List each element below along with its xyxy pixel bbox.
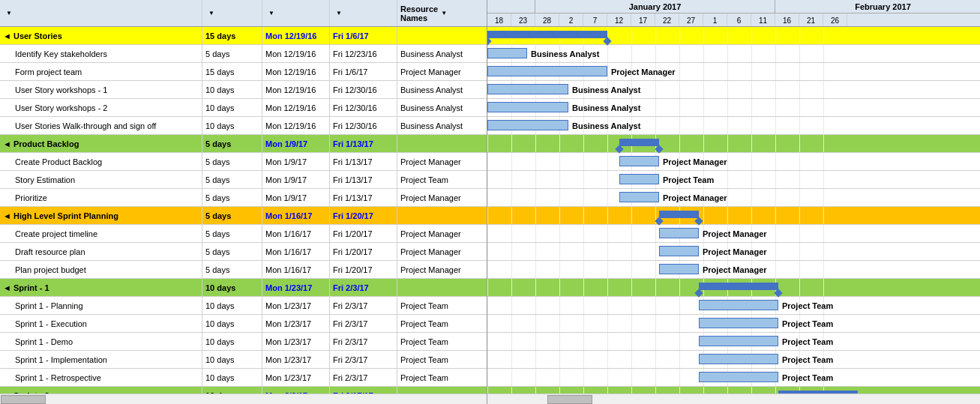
table-row[interactable]: Sprint 1 - Retrospective 10 days Mon 1/2… [0, 369, 487, 387]
table-row[interactable]: ◄ Product Backlog 5 days Mon 1/9/17 Fri … [0, 135, 487, 153]
duration-value: 10 days [205, 85, 235, 94]
table-row[interactable]: Create Product Backlog 5 days Mon 1/9/17… [0, 153, 487, 171]
cell-resource: Project Manager [397, 243, 480, 260]
table-row[interactable]: Draft resource plan 5 days Mon 1/16/17 F… [0, 243, 487, 261]
gantt-bar[interactable] [619, 139, 659, 146]
gantt-bar[interactable]: Project Manager [619, 156, 659, 166]
cell-duration: 10 days [202, 351, 262, 368]
gantt-bar[interactable]: Project Team [699, 336, 778, 346]
cell-finish: Fri 1/13/17 [330, 135, 397, 152]
gantt-bar[interactable]: Project Manager [659, 228, 699, 238]
table-row[interactable]: Story Estimation 5 days Mon 1/9/17 Fri 1… [0, 171, 487, 189]
cell-finish: Fri 2/17/17 [330, 387, 397, 394]
gantt-bar[interactable]: Project Team [699, 372, 778, 382]
resource-value: Business Analyst [400, 85, 463, 94]
finish-value: Fri 1/13/17 [333, 139, 373, 148]
col-header-finish[interactable]: ▼ [330, 0, 397, 26]
gantt-bar[interactable]: Business Analyst [487, 84, 568, 94]
cell-duration: 5 days [202, 225, 262, 242]
start-value: Mon 1/23/17 [265, 319, 311, 328]
col-header-start[interactable]: ▼ [262, 0, 330, 26]
table-row[interactable]: Form project team 15 days Mon 12/19/16 F… [0, 63, 487, 81]
cell-taskname: Sprint 1 - Retrospective [0, 369, 202, 386]
cell-resource: Project Team [397, 369, 480, 386]
gantt-bar[interactable]: Project Team [699, 300, 778, 310]
table-row[interactable]: User Story workshops - 1 10 days Mon 12/… [0, 81, 487, 99]
gantt-month-label [487, 0, 535, 13]
gantt-bar[interactable]: Project Team [699, 354, 778, 364]
cell-resource [397, 207, 480, 224]
table-row[interactable]: ◄ Sprint - 1 10 days Mon 1/23/17 Fri 2/3… [0, 279, 487, 297]
cell-resource: Project Manager [397, 63, 480, 80]
table-row[interactable]: User Stories Walk-through and sign off 1… [0, 117, 487, 135]
task-name-text: User Story workshops - 1 [3, 85, 107, 94]
gantt-bar[interactable] [699, 283, 778, 290]
gantt-bar-label: Project Manager [663, 157, 727, 167]
task-name-text: Form project team [3, 67, 82, 76]
cell-resource: Project Manager [397, 225, 480, 242]
table-row[interactable]: User Story workshops - 2 10 days Mon 12/… [0, 99, 487, 117]
cell-taskname: ◄ High Level Sprint Planning [0, 207, 202, 224]
gantt-bar[interactable]: Business Analyst [487, 102, 568, 112]
col-resource-line1: Resource [400, 4, 438, 13]
gantt-row: Project Team [487, 171, 980, 189]
task-name-text: Sprint 1 - Demo [3, 337, 73, 346]
start-value: Mon 12/19/16 [265, 31, 316, 40]
gantt-diamond-left [487, 37, 492, 45]
gantt-bar-label: Business Analyst [572, 103, 640, 113]
finish-value: Fri 2/3/17 [333, 283, 369, 292]
col-header-taskname[interactable]: ▼ [0, 0, 202, 26]
table-row[interactable]: Sprint 1 - Execution 10 days Mon 1/23/17… [0, 315, 487, 333]
gantt-scrollbar[interactable] [487, 394, 980, 404]
table-row[interactable]: Sprint 1 - Implementation 10 days Mon 1/… [0, 351, 487, 369]
gantt-bar[interactable] [778, 391, 858, 394]
cell-taskname: Create project timeline [0, 225, 202, 242]
table-row[interactable]: Sprint 1 - Demo 10 days Mon 1/23/17 Fri … [0, 333, 487, 351]
table-row[interactable]: Plan project budget 5 days Mon 1/16/17 F… [0, 261, 487, 279]
table-row[interactable]: ◄ Sprint - 2 10 days Mon 2/6/17 Fri 2/17… [0, 387, 487, 394]
gantt-bar[interactable]: Business Analyst [487, 120, 568, 130]
table-row[interactable]: Prioritize 5 days Mon 1/9/17 Fri 1/13/17… [0, 189, 487, 207]
gantt-bar[interactable]: Project Manager [659, 264, 699, 274]
col-header-resource[interactable]: Resource Names ▼ [397, 0, 480, 26]
cell-resource: Business Analyst [397, 99, 480, 116]
cell-finish: Fri 1/13/17 [330, 189, 397, 206]
gantt-day-label: 6 [727, 13, 751, 27]
gantt-row: Project Team [487, 315, 980, 333]
cell-duration: 5 days [202, 135, 262, 152]
gantt-row: Business Analyst [487, 99, 980, 117]
gantt-bar[interactable]: Project Team [619, 174, 659, 184]
finish-value: Fri 12/30/16 [333, 121, 377, 130]
gantt-bar[interactable]: Project Team [699, 318, 778, 328]
gantt-row [487, 135, 980, 153]
gantt-bar-label: Project Manager [663, 193, 727, 203]
col-header-duration[interactable]: ▼ [202, 0, 262, 26]
gantt-row [487, 279, 980, 297]
task-name-text: ◄ High Level Sprint Planning [3, 211, 118, 220]
gantt-bar[interactable] [487, 31, 607, 38]
gantt-header: January 2017February 2017182328271217222… [487, 0, 980, 27]
resource-value: Project Manager [400, 247, 461, 256]
gantt-day-label: 27 [679, 13, 703, 27]
gantt-row: Project Team [487, 351, 980, 369]
table-row[interactable]: Identify Key stakeholders 5 days Mon 12/… [0, 45, 487, 63]
duration-value: 5 days [205, 247, 229, 256]
gantt-scrollbar-thumb[interactable] [547, 395, 592, 404]
gantt-bar[interactable] [659, 211, 699, 218]
table-row[interactable]: Create project timeline 5 days Mon 1/16/… [0, 225, 487, 243]
horizontal-scrollbar[interactable] [0, 394, 487, 404]
gantt-bar[interactable]: Project Manager [619, 192, 659, 202]
gantt-bar[interactable]: Project Manager [487, 66, 607, 76]
cell-duration: 5 days [202, 171, 262, 188]
table-row[interactable]: ◄ High Level Sprint Planning 5 days Mon … [0, 207, 487, 225]
cell-taskname: ◄ Sprint - 1 [0, 279, 202, 296]
start-value: Mon 1/9/17 [265, 139, 307, 148]
gantt-bar[interactable]: Project Manager [659, 246, 699, 256]
table-row[interactable]: ◄ User Stories 15 days Mon 12/19/16 Fri … [0, 27, 487, 45]
gantt-bar[interactable]: Business Analyst [487, 48, 527, 58]
table-row[interactable]: Sprint 1 - Planning 10 days Mon 1/23/17 … [0, 297, 487, 315]
cell-finish: Fri 1/20/17 [330, 207, 397, 224]
scrollbar-thumb[interactable] [1, 395, 46, 404]
cell-resource: Project Manager [397, 189, 480, 206]
task-name-text: Sprint 1 - Planning [3, 301, 83, 310]
